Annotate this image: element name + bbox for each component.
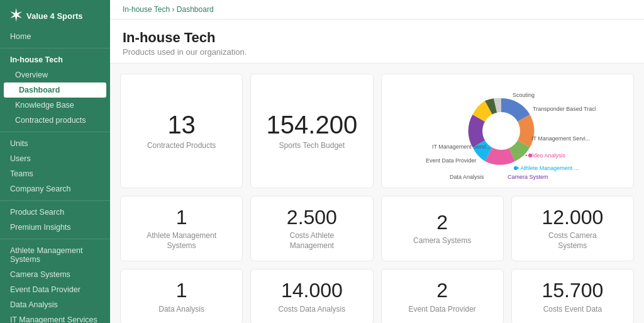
sidebar-item-dashboard[interactable]: Dashboard	[4, 82, 106, 98]
sidebar-item-users[interactable]: Users	[0, 151, 110, 166]
breadcrumb-parent[interactable]: In-house Tech	[123, 5, 170, 14]
breadcrumb: In-house Tech › Dashboard	[110, 0, 644, 20]
svg-point-11	[514, 166, 518, 170]
stat-costs-da: 14.000 Costs Data Analysis	[250, 269, 373, 323]
stat-value-budget: 154.200	[267, 111, 358, 139]
stat-sports-tech-budget: 154.200 Sports Tech Budget	[250, 74, 373, 188]
stat-da-count: 1 Data Analysis	[120, 269, 243, 323]
sidebar-nav: Home In-house Tech Overview Dashboard Kn…	[0, 29, 110, 323]
stat-value-costs-edp: 15.700	[541, 280, 603, 302]
stat-label-da: Data Analysis	[158, 305, 204, 315]
svg-text:IT Management Servi...: IT Management Servi...	[531, 135, 590, 142]
donut-svg: Scouting Transponder Based Trackin... IT…	[419, 81, 596, 181]
stat-contracted-products: 13 Contracted Products	[120, 74, 243, 188]
sidebar-item-units[interactable]: Units	[0, 136, 110, 151]
sidebar-item-product-search[interactable]: Product Search	[0, 205, 110, 220]
divider	[0, 200, 110, 201]
page-header: In-house Tech Products used in our organ…	[110, 20, 644, 64]
sidebar-item-knowledge-base[interactable]: Knowledge Base	[0, 98, 110, 113]
stat-label-costs-da: Costs Data Analysis	[279, 305, 346, 315]
sidebar-item-company-search[interactable]: Company Search	[0, 181, 110, 196]
breadcrumb-separator: ›	[172, 5, 177, 14]
stat-edp-count: 2 Event Data Provider	[381, 269, 504, 323]
svg-point-10	[528, 154, 532, 157]
app-title: Value 4 Sports	[26, 11, 83, 21]
divider	[0, 132, 110, 132]
breadcrumb-current: Dashboard	[177, 5, 214, 14]
dashboard-grid: 13 Contracted Products 154.200 Sports Te…	[110, 64, 644, 323]
stat-value-costs-da: 14.000	[281, 280, 343, 302]
sidebar-item-event-data[interactable]: Event Data Provider	[0, 282, 110, 297]
divider	[0, 48, 110, 48]
sidebar-item-overview[interactable]: Overview	[0, 67, 110, 82]
stat-value-da: 1	[176, 280, 187, 302]
stat-value-ams: 1	[176, 207, 187, 229]
stat-value-camera: 2	[436, 212, 448, 234]
svg-text:Camera System: Camera System	[508, 174, 548, 180]
stat-ams-count: 1 Athlete ManagementSystems	[120, 196, 243, 261]
stat-label-costs-edp: Costs Event Data	[543, 305, 602, 315]
stat-label-costs-ams: Costs AthleteManagement	[290, 231, 335, 251]
sidebar-item-it-mgmt[interactable]: IT Management Services	[0, 312, 110, 323]
svg-text:Transponder Based Trackin...: Transponder Based Trackin...	[533, 106, 596, 112]
donut-container: Scouting Transponder Based Trackin... IT…	[419, 81, 596, 181]
logo-icon: ✶	[10, 8, 21, 24]
stat-costs-edp: 15.700 Costs Event Data	[511, 269, 634, 323]
sidebar-item-camera[interactable]: Camera Systems	[0, 267, 110, 282]
stat-label-camera: Camera Systems	[413, 236, 471, 246]
sidebar-logo: ✶ Value 4 Sports	[0, 0, 110, 29]
stat-value-edp: 2	[436, 280, 448, 302]
sidebar: ✶ Value 4 Sports Home In-house Tech Over…	[0, 0, 110, 323]
stat-label-edp: Event Data Provider	[408, 305, 475, 315]
page-subtitle: Products used in our organization.	[123, 47, 631, 57]
stat-label-ams: Athlete ManagementSystems	[147, 231, 216, 251]
stat-value-contracted: 13	[167, 111, 196, 139]
stat-value-costs-camera: 12.000	[541, 207, 603, 229]
sidebar-item-inhouse-tech[interactable]: In-house Tech	[0, 52, 110, 67]
stat-camera-count: 2 Camera Systems	[381, 196, 504, 261]
page-title: In-house Tech	[123, 30, 631, 46]
stat-label-costs-camera: Costs CameraSystems	[548, 231, 597, 251]
budget-chart: Scouting Transponder Based Trackin... IT…	[381, 74, 635, 188]
svg-text:Data Analysis: Data Analysis	[450, 174, 484, 180]
svg-text:Event Data Provider: Event Data Provider	[426, 157, 477, 164]
svg-text:Scouting: Scouting	[513, 92, 535, 98]
sidebar-item-ams[interactable]: Athlete Management Systems	[0, 243, 110, 267]
sidebar-item-teams[interactable]: Teams	[0, 166, 110, 181]
sidebar-item-contracted[interactable]: Contracted products	[0, 113, 110, 128]
stat-label-contracted: Contracted Products	[147, 141, 216, 151]
stat-label-budget: Sports Tech Budget	[279, 141, 345, 151]
svg-text:• Athlete Management ...: • Athlete Management ...	[517, 165, 579, 171]
stat-value-costs-ams: 2.500	[287, 207, 337, 229]
stat-costs-ams: 2.500 Costs AthleteManagement	[250, 196, 373, 261]
stat-costs-camera: 12.000 Costs CameraSystems	[511, 196, 634, 261]
svg-text:IT Management Servi...: IT Management Servi...	[432, 144, 491, 150]
divider	[0, 239, 110, 239]
sidebar-item-premium-insights[interactable]: Premium Insights	[0, 220, 110, 235]
sidebar-item-data-analysis[interactable]: Data Analysis	[0, 297, 110, 312]
sidebar-item-home[interactable]: Home	[0, 29, 110, 44]
main-content: In-house Tech › Dashboard In-house Tech …	[110, 0, 644, 323]
